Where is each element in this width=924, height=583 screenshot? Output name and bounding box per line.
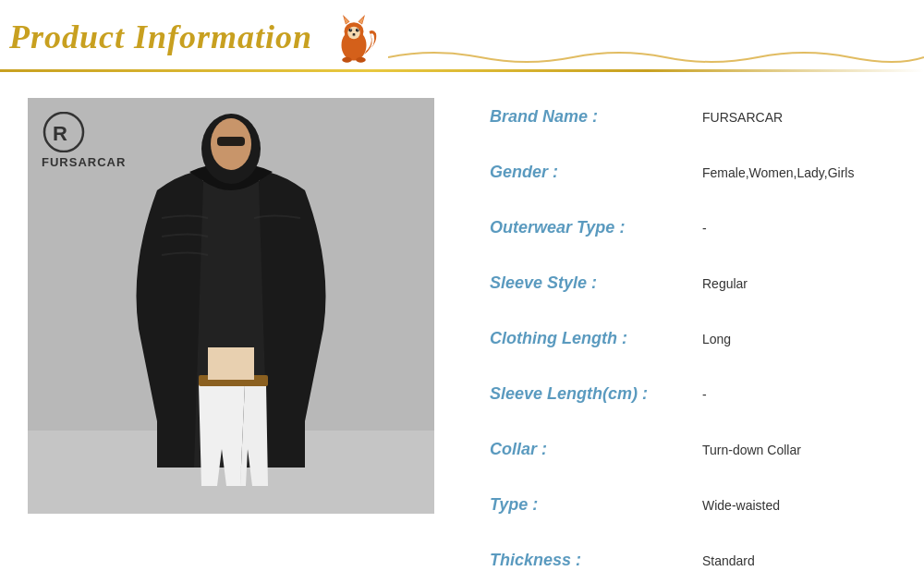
info-label-4: Clothing Length : [490, 329, 693, 348]
info-value-1: Female,Women,Lady,Girls [702, 165, 854, 180]
info-row-4: Clothing Length :Long [490, 329, 896, 364]
svg-point-13 [356, 57, 366, 63]
svg-rect-18 [217, 137, 245, 146]
info-value-6: Turn-down Collar [702, 443, 801, 457]
info-value-5: - [702, 387, 707, 402]
info-row-1: Gender :Female,Women,Lady,Girls [490, 163, 896, 198]
svg-point-11 [353, 33, 356, 35]
info-row-0: Brand Name :FURSARCAR [490, 107, 896, 142]
info-row-2: Outerwear Type :- [490, 218, 896, 253]
header-divider [0, 69, 924, 72]
info-row-3: Sleeve Style :Regular [490, 273, 896, 309]
brand-logo-svg: R [42, 112, 86, 152]
info-row-8: Thickness :Standard [490, 551, 896, 583]
fox-illustration [326, 9, 382, 65]
page-title: Product Information [9, 18, 312, 56]
info-row-5: Sleeve Length(cm) :- [490, 384, 896, 419]
svg-rect-20 [208, 347, 254, 380]
svg-text:R: R [53, 122, 67, 145]
info-rows-container: Brand Name :FURSARCARGender :Female,Wome… [490, 107, 896, 583]
info-value-8: Standard [702, 553, 755, 568]
svg-point-7 [348, 29, 352, 32]
svg-point-12 [342, 57, 352, 63]
info-label-6: Collar : [490, 440, 693, 459]
svg-point-10 [358, 29, 359, 30]
info-value-3: Regular [702, 276, 748, 291]
info-value-7: Wide-waisted [702, 498, 780, 513]
info-label-2: Outerwear Type : [490, 218, 693, 237]
info-label-7: Type : [490, 495, 693, 515]
info-value-2: - [702, 221, 707, 236]
product-image-container: R FURSARCAR [28, 98, 434, 514]
info-label-1: Gender : [490, 163, 693, 182]
fox-icon [326, 9, 382, 65]
brand-logo-area: R FURSARCAR [42, 112, 126, 169]
svg-point-9 [350, 29, 351, 30]
brand-logo-text: FURSARCAR [42, 155, 126, 169]
info-row-7: Type :Wide-waisted [490, 495, 896, 530]
svg-point-8 [356, 29, 359, 32]
info-label-0: Brand Name : [490, 107, 693, 127]
page-header: Product Information [0, 0, 924, 69]
info-label-8: Thickness : [490, 551, 693, 570]
info-label-5: Sleeve Length(cm) : [490, 384, 693, 404]
info-value-0: FURSARCAR [702, 110, 783, 125]
decorative-line [388, 46, 924, 69]
main-content: R FURSARCAR Brand Name :FURSARCARGender … [0, 79, 924, 583]
svg-point-6 [347, 27, 360, 40]
info-label-3: Sleeve Style : [490, 273, 693, 293]
info-row-6: Collar :Turn-down Collar [490, 440, 896, 475]
info-value-4: Long [702, 332, 731, 346]
product-info-section: Brand Name :FURSARCARGender :Female,Wome… [490, 98, 896, 583]
